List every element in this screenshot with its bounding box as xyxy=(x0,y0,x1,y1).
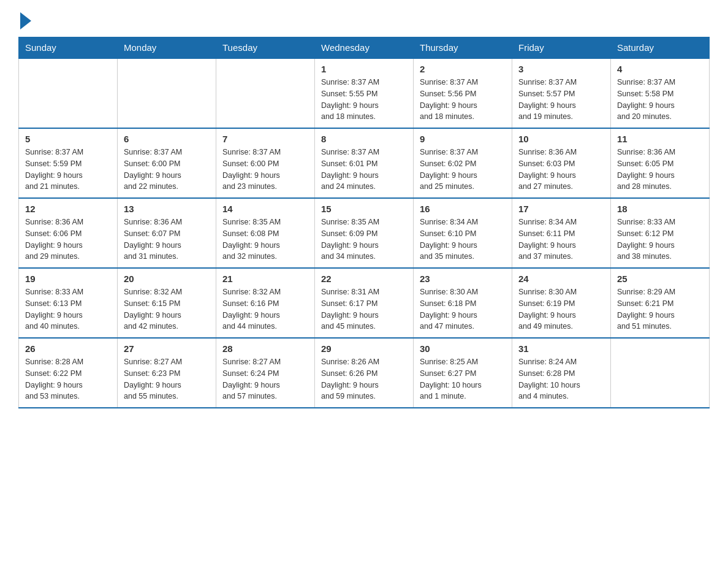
calendar-cell: 17Sunrise: 8:34 AM Sunset: 6:11 PM Dayli… xyxy=(512,198,611,268)
calendar-cell: 22Sunrise: 8:31 AM Sunset: 6:17 PM Dayli… xyxy=(315,268,414,338)
day-info: Sunrise: 8:37 AM Sunset: 6:01 PM Dayligh… xyxy=(321,147,407,193)
day-info: Sunrise: 8:35 AM Sunset: 6:09 PM Dayligh… xyxy=(321,216,407,262)
calendar-cell: 20Sunrise: 8:32 AM Sunset: 6:15 PM Dayli… xyxy=(118,268,216,338)
calendar-table: SundayMondayTuesdayWednesdayThursdayFrid… xyxy=(18,37,710,408)
day-info: Sunrise: 8:36 AM Sunset: 6:07 PM Dayligh… xyxy=(124,216,210,262)
day-number: 28 xyxy=(222,343,308,354)
day-info: Sunrise: 8:33 AM Sunset: 6:13 PM Dayligh… xyxy=(25,286,111,332)
day-number: 7 xyxy=(222,134,308,144)
calendar-cell: 24Sunrise: 8:30 AM Sunset: 6:19 PM Dayli… xyxy=(512,268,611,338)
day-info: Sunrise: 8:37 AM Sunset: 6:02 PM Dayligh… xyxy=(420,147,506,193)
page-header xyxy=(18,12,710,27)
day-number: 27 xyxy=(124,343,210,354)
day-info: Sunrise: 8:25 AM Sunset: 6:27 PM Dayligh… xyxy=(420,356,506,402)
day-number: 20 xyxy=(124,274,210,284)
day-info: Sunrise: 8:35 AM Sunset: 6:08 PM Dayligh… xyxy=(222,216,308,262)
calendar-cell: 26Sunrise: 8:28 AM Sunset: 6:22 PM Dayli… xyxy=(19,338,118,408)
weekday-header-thursday: Thursday xyxy=(414,37,512,59)
day-number: 30 xyxy=(420,343,506,354)
calendar-cell: 15Sunrise: 8:35 AM Sunset: 6:09 PM Dayli… xyxy=(315,198,414,268)
weekday-header-wednesday: Wednesday xyxy=(315,37,414,59)
day-info: Sunrise: 8:32 AM Sunset: 6:15 PM Dayligh… xyxy=(124,286,210,332)
calendar-cell: 28Sunrise: 8:27 AM Sunset: 6:24 PM Dayli… xyxy=(216,338,315,408)
day-info: Sunrise: 8:36 AM Sunset: 6:06 PM Dayligh… xyxy=(25,216,111,262)
day-info: Sunrise: 8:27 AM Sunset: 6:24 PM Dayligh… xyxy=(222,356,308,402)
day-info: Sunrise: 8:31 AM Sunset: 6:17 PM Dayligh… xyxy=(321,286,407,332)
day-number: 16 xyxy=(420,204,506,214)
logo-arrow-icon xyxy=(20,12,31,29)
day-info: Sunrise: 8:37 AM Sunset: 5:55 PM Dayligh… xyxy=(321,77,407,123)
day-info: Sunrise: 8:28 AM Sunset: 6:22 PM Dayligh… xyxy=(25,356,111,402)
calendar-cell: 21Sunrise: 8:32 AM Sunset: 6:16 PM Dayli… xyxy=(216,268,315,338)
day-number: 22 xyxy=(321,274,407,284)
calendar-cell: 4Sunrise: 8:37 AM Sunset: 5:58 PM Daylig… xyxy=(611,58,710,128)
day-number: 5 xyxy=(25,134,111,144)
calendar-cell: 3Sunrise: 8:37 AM Sunset: 5:57 PM Daylig… xyxy=(512,58,611,128)
weekday-header-tuesday: Tuesday xyxy=(216,37,315,59)
calendar-week-row: 12Sunrise: 8:36 AM Sunset: 6:06 PM Dayli… xyxy=(19,198,710,268)
calendar-cell: 5Sunrise: 8:37 AM Sunset: 5:59 PM Daylig… xyxy=(19,128,118,198)
weekday-header-saturday: Saturday xyxy=(611,37,710,59)
calendar-cell: 23Sunrise: 8:30 AM Sunset: 6:18 PM Dayli… xyxy=(414,268,512,338)
day-info: Sunrise: 8:26 AM Sunset: 6:26 PM Dayligh… xyxy=(321,356,407,402)
weekday-header-sunday: Sunday xyxy=(19,37,118,59)
calendar-cell: 1Sunrise: 8:37 AM Sunset: 5:55 PM Daylig… xyxy=(315,58,414,128)
day-number: 24 xyxy=(518,274,604,284)
calendar-cell xyxy=(611,338,710,408)
day-number: 29 xyxy=(321,343,407,354)
calendar-cell xyxy=(19,58,118,128)
calendar-cell: 18Sunrise: 8:33 AM Sunset: 6:12 PM Dayli… xyxy=(611,198,710,268)
day-info: Sunrise: 8:37 AM Sunset: 6:00 PM Dayligh… xyxy=(124,147,210,193)
day-number: 4 xyxy=(617,64,703,74)
day-number: 19 xyxy=(25,274,111,284)
day-info: Sunrise: 8:30 AM Sunset: 6:18 PM Dayligh… xyxy=(420,286,506,332)
day-number: 9 xyxy=(420,134,506,144)
calendar-header-row: SundayMondayTuesdayWednesdayThursdayFrid… xyxy=(19,37,710,59)
day-number: 21 xyxy=(222,274,308,284)
calendar-cell: 2Sunrise: 8:37 AM Sunset: 5:56 PM Daylig… xyxy=(414,58,512,128)
calendar-cell xyxy=(216,58,315,128)
day-info: Sunrise: 8:32 AM Sunset: 6:16 PM Dayligh… xyxy=(222,286,308,332)
calendar-week-row: 19Sunrise: 8:33 AM Sunset: 6:13 PM Dayli… xyxy=(19,268,710,338)
day-number: 12 xyxy=(25,204,111,214)
calendar-week-row: 5Sunrise: 8:37 AM Sunset: 5:59 PM Daylig… xyxy=(19,128,710,198)
day-info: Sunrise: 8:33 AM Sunset: 6:12 PM Dayligh… xyxy=(617,216,703,262)
day-number: 18 xyxy=(617,204,703,214)
day-info: Sunrise: 8:24 AM Sunset: 6:28 PM Dayligh… xyxy=(518,356,604,402)
calendar-cell: 7Sunrise: 8:37 AM Sunset: 6:00 PM Daylig… xyxy=(216,128,315,198)
day-number: 31 xyxy=(518,343,604,354)
day-number: 2 xyxy=(420,64,506,74)
calendar-cell: 9Sunrise: 8:37 AM Sunset: 6:02 PM Daylig… xyxy=(414,128,512,198)
calendar-cell: 13Sunrise: 8:36 AM Sunset: 6:07 PM Dayli… xyxy=(118,198,216,268)
calendar-cell: 30Sunrise: 8:25 AM Sunset: 6:27 PM Dayli… xyxy=(414,338,512,408)
calendar-cell xyxy=(118,58,216,128)
day-info: Sunrise: 8:36 AM Sunset: 6:05 PM Dayligh… xyxy=(617,147,703,193)
day-number: 10 xyxy=(518,134,604,144)
day-info: Sunrise: 8:27 AM Sunset: 6:23 PM Dayligh… xyxy=(124,356,210,402)
day-info: Sunrise: 8:29 AM Sunset: 6:21 PM Dayligh… xyxy=(617,286,703,332)
day-number: 1 xyxy=(321,64,407,74)
calendar-cell: 8Sunrise: 8:37 AM Sunset: 6:01 PM Daylig… xyxy=(315,128,414,198)
day-number: 23 xyxy=(420,274,506,284)
calendar-cell: 14Sunrise: 8:35 AM Sunset: 6:08 PM Dayli… xyxy=(216,198,315,268)
day-info: Sunrise: 8:37 AM Sunset: 5:57 PM Dayligh… xyxy=(518,77,604,123)
calendar-cell: 25Sunrise: 8:29 AM Sunset: 6:21 PM Dayli… xyxy=(611,268,710,338)
calendar-cell: 19Sunrise: 8:33 AM Sunset: 6:13 PM Dayli… xyxy=(19,268,118,338)
day-number: 26 xyxy=(25,343,111,354)
calendar-cell: 10Sunrise: 8:36 AM Sunset: 6:03 PM Dayli… xyxy=(512,128,611,198)
day-number: 8 xyxy=(321,134,407,144)
calendar-cell: 27Sunrise: 8:27 AM Sunset: 6:23 PM Dayli… xyxy=(118,338,216,408)
day-info: Sunrise: 8:34 AM Sunset: 6:11 PM Dayligh… xyxy=(518,216,604,262)
day-number: 25 xyxy=(617,274,703,284)
calendar-cell: 12Sunrise: 8:36 AM Sunset: 6:06 PM Dayli… xyxy=(19,198,118,268)
day-info: Sunrise: 8:37 AM Sunset: 5:58 PM Dayligh… xyxy=(617,77,703,123)
calendar-cell: 6Sunrise: 8:37 AM Sunset: 6:00 PM Daylig… xyxy=(118,128,216,198)
calendar-cell: 29Sunrise: 8:26 AM Sunset: 6:26 PM Dayli… xyxy=(315,338,414,408)
day-info: Sunrise: 8:30 AM Sunset: 6:19 PM Dayligh… xyxy=(518,286,604,332)
weekday-header-friday: Friday xyxy=(512,37,611,59)
calendar-week-row: 26Sunrise: 8:28 AM Sunset: 6:22 PM Dayli… xyxy=(19,338,710,408)
calendar-cell: 16Sunrise: 8:34 AM Sunset: 6:10 PM Dayli… xyxy=(414,198,512,268)
calendar-cell: 11Sunrise: 8:36 AM Sunset: 6:05 PM Dayli… xyxy=(611,128,710,198)
day-info: Sunrise: 8:37 AM Sunset: 5:59 PM Dayligh… xyxy=(25,147,111,193)
weekday-header-monday: Monday xyxy=(118,37,216,59)
